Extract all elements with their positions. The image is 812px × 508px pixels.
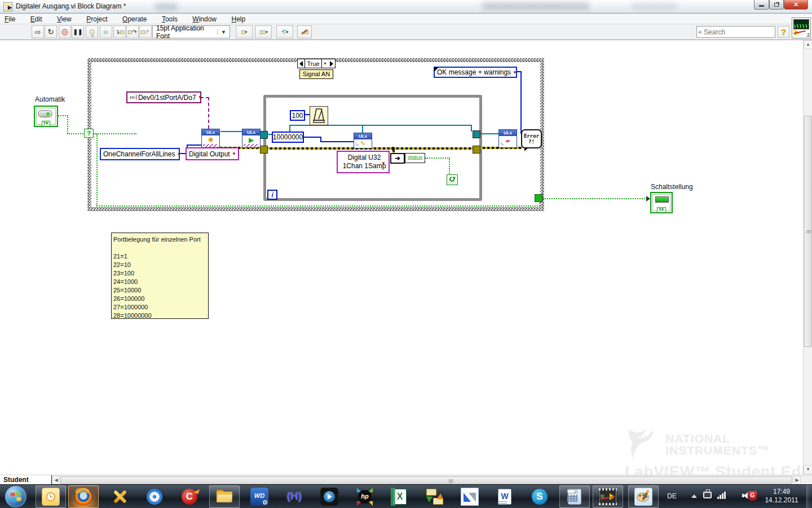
case-selector-value[interactable]: True [304,59,322,68]
scroll-right-icon[interactable]: ▶ [793,476,801,484]
display-settings-icon[interactable] [703,492,712,498]
chevron-down-icon[interactable]: ▼ [175,152,183,157]
taskbar-tools[interactable] [104,485,135,508]
menu-edit[interactable]: Edit [30,14,42,25]
case-comment-label[interactable]: Signal AN [299,69,333,79]
polymorphic-selector[interactable]: Digital U32 1Chan 1Samp ▼ [337,151,390,173]
menu-file[interactable]: File [5,14,15,25]
title-bar[interactable]: ▶ Digitaler Ausgang.vi Block Diagram * ✕ [0,0,812,14]
antivirus-shield-icon[interactable]: G [748,491,757,501]
taskbar-labview[interactable]: ≈ [593,485,623,508]
channel-type-enum[interactable]: Digital Output ▼ [186,147,239,160]
taskbar-firefox[interactable] [68,485,99,508]
ulx-start-task-node[interactable]: ULx ▶ [242,129,261,148]
loop-condition-terminal[interactable] [447,174,458,185]
ulx-create-channel-node[interactable]: ULx ✺ [201,129,220,148]
pause-button[interactable]: ❚❚ [72,25,84,38]
menu-help[interactable]: Help [231,14,245,25]
distribute-objects-button[interactable]: ▯▾ [255,25,272,38]
menu-view[interactable]: View [57,14,72,25]
wait-metronome-node[interactable] [310,106,328,125]
pinwheel-icon [461,488,479,506]
case-next-icon[interactable] [330,61,333,67]
retain-wire-values-button[interactable]: ⊙▫ [100,25,112,38]
edition-badge: Student Edition [0,475,52,485]
iteration-terminal[interactable]: i [267,190,277,200]
error-mode-enum[interactable]: OK message + warnings ▼ [434,67,517,78]
clock[interactable]: 17:49 14.12.2011 [760,488,803,505]
block-diagram-canvas[interactable]: True ▼ Signal AN OK message + warnings ▼… [0,40,812,475]
chevron-down-icon[interactable]: ▼ [196,95,204,100]
line-grouping-enum[interactable]: OneChannelForAllLines ▼ [100,148,180,160]
taskbar-explorer[interactable] [209,485,240,508]
scroll-up-icon[interactable]: ▲ [804,40,812,49]
chevron-down-icon[interactable]: ▼ [323,62,327,65]
chevron-down-icon[interactable]: ▼ [230,151,238,156]
taskbar-hp[interactable]: hp [350,485,380,508]
schaltstellung-indicator[interactable]: TF [650,192,673,213]
automatik-control[interactable]: TF [34,106,58,127]
taskbar-paint[interactable] [628,485,659,508]
highlight-execution-button[interactable] [86,25,98,38]
boolean-wire [543,198,650,199]
chevron-down-icon[interactable]: ▼ [511,70,519,75]
taskbar-outlook[interactable] [36,485,66,508]
scroll-down-icon[interactable]: ▼ [804,465,812,474]
start-button[interactable] [5,486,27,507]
taskbar-ccleaner[interactable]: C [174,485,205,508]
taskbar-word[interactable]: W [489,485,520,508]
disc-icon [147,489,162,505]
simple-error-handler-node[interactable]: Error ?! [521,129,542,148]
taskbar-calculator[interactable]: 0 [559,485,590,508]
taskbar-wd-smartware[interactable]: WD [244,485,275,508]
network-signal-icon[interactable] [717,492,727,499]
status-element[interactable]: status [405,153,425,163]
taskbar-disc-app[interactable] [139,485,170,508]
close-button[interactable]: ✕ [784,0,808,10]
menu-window[interactable]: Window [192,14,217,25]
clean-up-diagram-button[interactable] [297,25,312,38]
run-continuous-button[interactable]: ↻ [45,25,57,38]
chevron-down-icon[interactable]: ▼ [379,161,387,166]
vertical-scrollbar[interactable]: ▲ ▼ [803,40,812,475]
taskbar-folder-sync[interactable] [420,485,450,508]
context-help-button[interactable]: ? [778,26,789,38]
app-icon[interactable]: ▶ [3,2,12,11]
wait-ms-constant[interactable]: 100 [290,110,305,121]
language-indicator[interactable]: DE [667,492,677,500]
step-into-button[interactable]: ↴ [113,25,126,38]
run-button[interactable]: ⇨ [32,25,44,38]
reorder-button[interactable]: ⟲▾ [276,25,293,38]
taskbar-skype[interactable]: S [524,485,555,508]
free-label-comment[interactable]: Portbelegung für einzelnen Port 21=1 22=… [111,233,209,319]
step-out-button[interactable]: ↱ [139,25,152,38]
minimize-button[interactable] [754,0,769,10]
menu-tools[interactable]: Tools [162,14,178,25]
hidden-icons-chevron[interactable] [691,494,697,498]
step-over-button[interactable]: ↷ [126,25,139,38]
align-objects-button[interactable]: ▾ [236,25,253,38]
menu-operate[interactable]: Operate [122,14,147,25]
taskbar-h-app[interactable]: (H) [279,485,310,508]
taskbar-media-player[interactable] [314,485,345,508]
restore-button[interactable] [769,0,784,10]
tunnel [535,194,542,202]
case-selector[interactable]: True ▼ [297,59,336,68]
scroll-left-icon[interactable]: ◀ [52,476,60,484]
ulx-write-node[interactable]: ULx ✎∿ [354,133,372,148]
menu-project[interactable]: Project [86,14,107,25]
search-history-icon[interactable]: ◂| [697,29,701,34]
unbundle-node[interactable]: ➔ [390,153,405,164]
show-desktop-button[interactable] [806,485,812,508]
horizontal-scroll-thumb[interactable] [60,476,792,484]
case-prev-icon[interactable] [299,61,303,67]
daq-channel-constant[interactable]: I/o Dev0/1stPortA/Do7 ▼ [126,91,201,103]
ulx-clear-task-node[interactable]: ULx ▰∿ [498,129,517,148]
taskbar-pinwheel-app[interactable] [454,485,485,508]
write-value-constant[interactable]: 10000000 [272,132,304,143]
vi-icon-panel[interactable]: 2 [792,17,811,38]
vertical-scroll-thumb[interactable] [804,116,812,347]
abort-button[interactable] [59,25,71,38]
taskbar-excel[interactable]: X [385,485,415,508]
font-selector[interactable]: 15pt Application Font▼ [152,25,230,38]
